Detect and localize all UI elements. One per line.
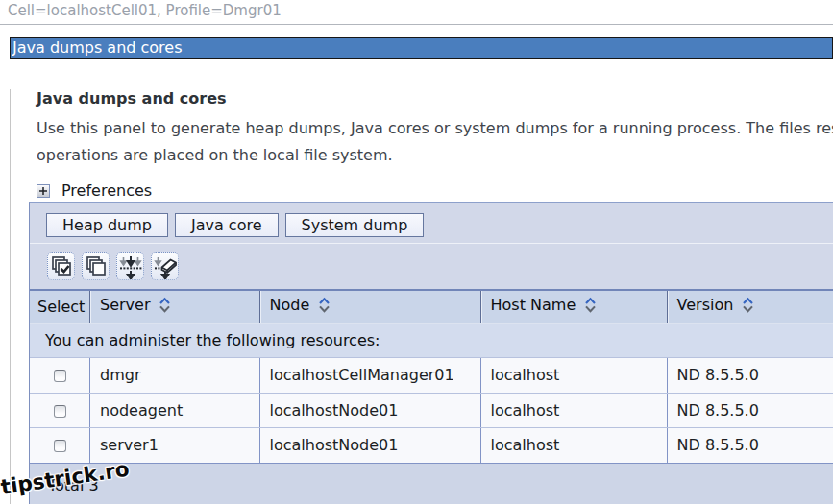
sort-version-icon[interactable]	[742, 297, 754, 317]
show-filter-icon[interactable]	[116, 252, 144, 280]
column-header-hostname: Host Name	[480, 290, 667, 323]
column-header-select: Select	[30, 290, 90, 323]
row-checkbox[interactable]	[54, 405, 66, 418]
select-all-icon[interactable]	[47, 252, 75, 280]
cell-host: localhost	[480, 428, 667, 464]
action-button-row: Heap dumpJava coreSystem dump	[30, 203, 833, 244]
system-dump-button[interactable]: System dump	[285, 213, 425, 237]
table-row: server1 localhostNode01 localhost ND 8.5…	[30, 428, 833, 464]
preferences-label[interactable]: Preferences	[61, 181, 152, 200]
panel-description: Use this panel to generate heap dumps, J…	[37, 115, 833, 169]
cell-server: nodeagent	[90, 393, 260, 428]
page-title: Java dumps and cores	[37, 89, 833, 108]
column-header-node-label: Node	[270, 296, 310, 314]
table-row: dmgr localhostCellManager01 localhost ND…	[30, 358, 833, 394]
cell-host: localhost	[480, 358, 667, 394]
column-header-server-label: Server	[100, 296, 150, 314]
description-line-1: Use this panel to generate heap dumps, J…	[37, 115, 833, 142]
sort-hostname-icon[interactable]	[584, 297, 597, 317]
description-line-2: operations are placed on the local file …	[37, 142, 833, 169]
panel-body: Java dumps and cores Use this panel to g…	[10, 89, 833, 504]
panel-title-bar: Java dumps and cores	[10, 37, 833, 59]
resources-table: Select Server Node Host Name Version You…	[30, 289, 833, 464]
column-header-server: Server	[90, 290, 260, 323]
breadcrumb: Cell=localhostCell01, Profile=Dmgr01	[0, 0, 833, 25]
table-toolbar-icon-row	[30, 244, 833, 289]
cell-version: ND 8.5.5.0	[667, 393, 833, 428]
table-header-row: Select Server Node Host Name Version	[30, 290, 833, 323]
table-subheader-row: You can administer the following resourc…	[30, 323, 833, 358]
column-header-version: Version	[667, 290, 833, 323]
row-checkbox[interactable]	[54, 440, 66, 452]
cell-node: localhostCellManager01	[259, 358, 480, 394]
table-row: nodeagent localhostNode01 localhost ND 8…	[30, 393, 833, 428]
deselect-all-icon[interactable]	[82, 252, 110, 280]
clear-filter-icon[interactable]	[151, 252, 179, 280]
column-header-node: Node	[259, 290, 480, 323]
sort-node-icon[interactable]	[318, 297, 331, 317]
table-total: Total 3	[30, 464, 833, 504]
cell-version: ND 8.5.5.0	[667, 428, 833, 464]
cell-host: localhost	[480, 393, 667, 428]
expand-preferences-icon[interactable]	[37, 183, 50, 202]
column-header-version-label: Version	[677, 296, 734, 314]
cell-node: localhostNode01	[259, 393, 480, 428]
resources-table-container: Heap dumpJava coreSystem dump Select Ser…	[29, 202, 833, 504]
table-subheader-text: You can administer the following resourc…	[30, 323, 833, 358]
cell-server: dmgr	[90, 358, 260, 394]
cell-node: localhostNode01	[259, 428, 480, 464]
preferences-section: Preferences	[37, 181, 833, 200]
row-checkbox[interactable]	[54, 370, 66, 382]
column-header-hostname-label: Host Name	[491, 296, 576, 314]
heap-dump-button[interactable]: Heap dump	[46, 213, 168, 237]
cell-version: ND 8.5.5.0	[667, 358, 833, 394]
sort-server-icon[interactable]	[159, 297, 171, 317]
java-core-button[interactable]: Java core	[175, 213, 279, 237]
